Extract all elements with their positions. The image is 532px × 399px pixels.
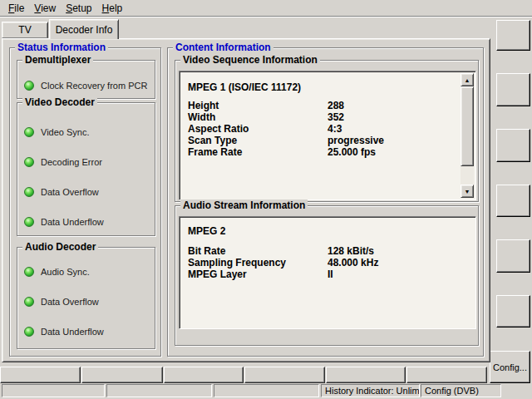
- status-information-group: Status Information Demultiplexer Clock R…: [9, 47, 161, 357]
- table-row: Scan Type progressive: [188, 135, 456, 146]
- video-sequence-group: Video Sequence Information MPEG 1 (ISO/I…: [175, 60, 479, 202]
- row-value: 25.000 fps: [328, 146, 376, 158]
- tab-tv[interactable]: TV: [2, 22, 48, 38]
- row-value: progressive: [328, 135, 384, 146]
- audio-decoder-title: Audio Decoder: [22, 241, 98, 253]
- video-info-table: Height 288 Width 352 Aspect Ratio 4:3: [188, 100, 456, 158]
- audio-stream-group: Audio Stream Information MPEG 2 Bit Rate…: [175, 205, 479, 346]
- video-sequence-title: Video Sequence Information: [180, 54, 320, 66]
- video-codec-heading: MPEG 1 (ISO/IEC 11172): [188, 81, 301, 93]
- app-window: File View Setup Help TV Decoder Info Sta…: [0, 0, 532, 399]
- decoder-info-page: Status Information Demultiplexer Clock R…: [2, 38, 490, 362]
- status-information-title: Status Information: [15, 42, 108, 53]
- demultiplexer-title: Demultiplexer: [22, 54, 93, 66]
- vertical-scrollbar[interactable]: ▲ ▼: [461, 73, 474, 198]
- menu-file[interactable]: File: [3, 2, 29, 15]
- green-led-icon: [24, 217, 34, 227]
- table-row: Height 288: [188, 100, 456, 111]
- content-information-title: Content Information: [173, 42, 273, 53]
- status-item-label: Data Underflow: [41, 217, 104, 227]
- status-item-video-sync: Video Sync.: [24, 126, 90, 138]
- table-row: Frame Rate 25.000 fps: [188, 146, 456, 158]
- green-led-icon: [24, 297, 34, 307]
- status-item-video-data-underflow: Data Underflow: [24, 216, 104, 228]
- statusbar-config-mode: Config (DVB): [421, 384, 501, 397]
- video-sequence-infobox: MPEG 1 (ISO/IEC 11172) Height 288 Width …: [179, 71, 476, 200]
- audio-stream-title: Audio Stream Information: [180, 200, 308, 211]
- table-row: Width 352: [188, 111, 456, 123]
- softkey-3[interactable]: [496, 129, 530, 162]
- softkey-5[interactable]: [496, 239, 530, 273]
- function-key-5[interactable]: [326, 367, 406, 383]
- statusbar-segment-1: [2, 384, 105, 397]
- scroll-down-icon[interactable]: ▼: [461, 185, 474, 198]
- green-led-icon: [24, 127, 34, 137]
- status-item-label: Data Overflow: [41, 297, 99, 307]
- softkey-1[interactable]: [496, 20, 530, 51]
- content-information-group: Content Information Video Sequence Infor…: [167, 47, 484, 357]
- green-led-icon: [24, 327, 34, 337]
- status-item-audio-sync: Audio Sync.: [24, 266, 90, 278]
- video-decoder-title: Video Decoder: [22, 96, 97, 108]
- row-label: Frame Rate: [188, 146, 328, 158]
- menu-bar: File View Setup Help: [0, 0, 532, 17]
- green-led-icon: [24, 187, 34, 197]
- row-value: 128 kBit/s: [328, 245, 374, 257]
- status-item-label: Decoding Error: [41, 157, 102, 167]
- config-button[interactable]: Config...: [490, 351, 530, 383]
- status-item-audio-data-overflow: Data Overflow: [24, 296, 99, 308]
- softkey-2[interactable]: [496, 73, 530, 106]
- row-value: II: [328, 268, 333, 280]
- table-row: Aspect Ratio 4:3: [188, 123, 456, 135]
- row-value: 48.000 kHz: [328, 257, 378, 268]
- green-led-icon: [24, 267, 34, 277]
- row-label: Width: [188, 111, 328, 123]
- status-item-clock-recovery: Clock Recovery from PCR: [24, 80, 147, 91]
- row-value: 4:3: [328, 123, 342, 135]
- row-label: Aspect Ratio: [188, 123, 328, 135]
- row-value: 288: [328, 100, 344, 111]
- status-item-label: Data Overflow: [41, 187, 99, 197]
- video-decoder-group: Video Decoder Video Sync. Decoding Error…: [17, 102, 155, 236]
- row-label: Height: [188, 100, 328, 111]
- status-item-decoding-error: Decoding Error: [24, 156, 102, 168]
- function-key-6[interactable]: [406, 367, 487, 383]
- scroll-up-icon[interactable]: ▲: [461, 73, 474, 86]
- statusbar-history-indicator: History Indicator: Unlimited: [321, 384, 420, 397]
- green-led-icon: [24, 81, 34, 91]
- table-row: MPEG Layer II: [188, 268, 456, 280]
- row-label: MPEG Layer: [188, 268, 328, 280]
- table-row: Bit Rate 128 kBit/s: [188, 245, 456, 257]
- softkey-6[interactable]: [496, 295, 530, 328]
- function-key-3[interactable]: [164, 367, 244, 383]
- status-item-label: Video Sync.: [41, 127, 90, 137]
- function-key-1[interactable]: [0, 367, 81, 383]
- status-item-label: Audio Sync.: [41, 267, 90, 277]
- statusbar-segment-3: [214, 384, 319, 397]
- menu-view[interactable]: View: [29, 2, 61, 15]
- audio-codec-heading: MPEG 2: [188, 225, 225, 237]
- menu-help[interactable]: Help: [97, 2, 128, 15]
- menu-setup[interactable]: Setup: [61, 2, 96, 15]
- status-item-video-data-overflow: Data Overflow: [24, 186, 99, 198]
- function-key-2[interactable]: [81, 367, 163, 383]
- row-label: Scan Type: [188, 135, 328, 146]
- audio-stream-infobox: MPEG 2 Bit Rate 128 kBit/s Sampling Freq…: [179, 216, 476, 329]
- row-label: Bit Rate: [188, 245, 328, 257]
- scrollbar-thumb[interactable]: [461, 86, 474, 166]
- table-row: Sampling Frequency 48.000 kHz: [188, 257, 456, 268]
- status-item-label: Clock Recovery from PCR: [41, 81, 147, 91]
- row-value: 352: [328, 111, 344, 123]
- green-led-icon: [24, 157, 34, 167]
- softkey-4[interactable]: [496, 185, 530, 217]
- audio-info-table: Bit Rate 128 kBit/s Sampling Frequency 4…: [188, 245, 456, 280]
- status-item-audio-data-underflow: Data Underflow: [24, 326, 104, 337]
- status-item-label: Data Underflow: [41, 327, 104, 337]
- row-label: Sampling Frequency: [188, 257, 328, 268]
- demultiplexer-group: Demultiplexer Clock Recovery from PCR: [17, 60, 155, 99]
- tab-decoder-info[interactable]: Decoder Info: [49, 19, 119, 39]
- audio-decoder-group: Audio Decoder Audio Sync. Data Overflow …: [17, 247, 155, 349]
- function-key-4[interactable]: [244, 367, 325, 383]
- statusbar-segment-2: [106, 384, 212, 397]
